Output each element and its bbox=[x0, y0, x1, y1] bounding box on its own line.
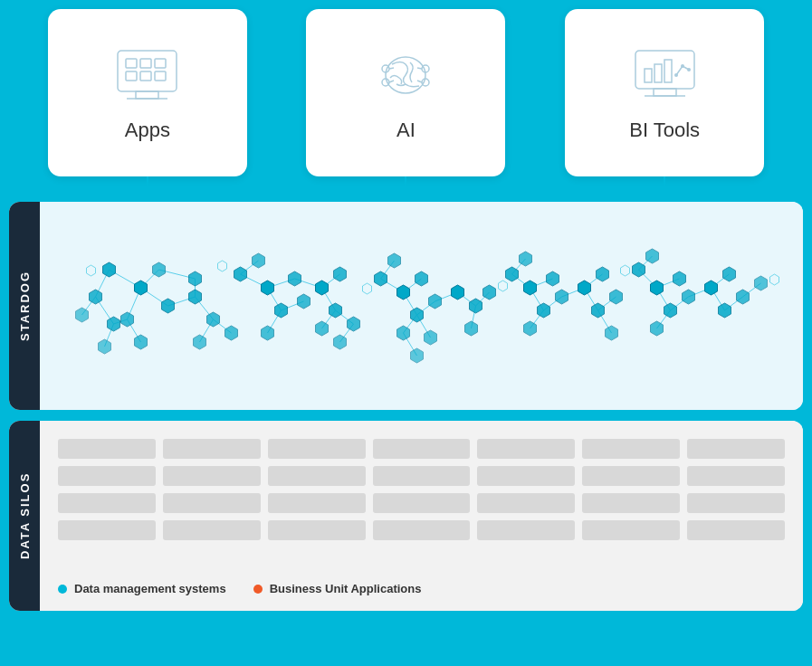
svg-marker-153 bbox=[755, 276, 768, 290]
silo-row-4 bbox=[58, 520, 785, 540]
svg-marker-127 bbox=[470, 299, 482, 313]
stardog-content bbox=[40, 202, 803, 410]
svg-marker-117 bbox=[375, 271, 387, 286]
svg-marker-123 bbox=[397, 326, 410, 340]
stardog-label: STARDOG bbox=[9, 202, 40, 410]
svg-marker-114 bbox=[348, 317, 360, 331]
connector-section bbox=[9, 176, 803, 202]
main-container: Apps bbox=[9, 9, 803, 611]
svg-marker-93 bbox=[76, 308, 89, 322]
silo-cell bbox=[687, 439, 785, 459]
silo-cell bbox=[477, 520, 575, 540]
svg-marker-121 bbox=[411, 308, 424, 322]
silo-cell bbox=[582, 520, 680, 540]
data-silos-label: DATA SILOS bbox=[9, 421, 40, 611]
svg-marker-115 bbox=[334, 335, 347, 349]
svg-rect-23 bbox=[664, 60, 672, 82]
svg-marker-155 bbox=[218, 261, 227, 271]
svg-line-15 bbox=[389, 81, 394, 82]
svg-marker-104 bbox=[234, 267, 247, 281]
data-silos-section: DATA SILOS bbox=[9, 421, 803, 611]
svg-marker-106 bbox=[262, 281, 274, 295]
apps-label: Apps bbox=[125, 119, 170, 142]
svg-marker-159 bbox=[770, 274, 779, 285]
svg-marker-138 bbox=[597, 267, 609, 281]
legend-dot-blue bbox=[58, 585, 67, 594]
ai-icon bbox=[369, 44, 442, 108]
svg-marker-143 bbox=[646, 249, 659, 263]
connector-bi bbox=[565, 176, 764, 202]
svg-marker-107 bbox=[289, 271, 301, 286]
svg-rect-1 bbox=[136, 91, 158, 99]
svg-marker-119 bbox=[397, 285, 410, 300]
connector-ai bbox=[306, 176, 505, 202]
svg-marker-134 bbox=[538, 303, 550, 318]
silo-cell bbox=[373, 439, 471, 459]
svg-marker-118 bbox=[388, 253, 401, 268]
svg-marker-95 bbox=[162, 299, 175, 313]
silo-legend: Data management systems Business Unit Ap… bbox=[58, 582, 785, 597]
silo-cell bbox=[373, 520, 471, 540]
svg-marker-116 bbox=[316, 321, 329, 336]
silo-cell bbox=[687, 520, 785, 540]
svg-marker-129 bbox=[465, 321, 478, 336]
svg-rect-8 bbox=[155, 71, 166, 81]
svg-marker-132 bbox=[524, 281, 537, 295]
silo-cell bbox=[373, 466, 471, 486]
silo-cell bbox=[687, 493, 785, 513]
svg-marker-102 bbox=[225, 326, 238, 340]
svg-rect-22 bbox=[654, 64, 662, 82]
svg-marker-135 bbox=[556, 290, 568, 304]
silo-cell bbox=[58, 466, 156, 486]
legend-dot-orange bbox=[253, 585, 263, 594]
svg-marker-103 bbox=[194, 335, 206, 349]
svg-marker-128 bbox=[483, 285, 496, 300]
svg-marker-110 bbox=[262, 326, 274, 340]
silo-cell bbox=[268, 520, 366, 540]
svg-marker-133 bbox=[547, 271, 559, 286]
silo-cell bbox=[582, 439, 680, 459]
silo-cell bbox=[58, 439, 156, 459]
svg-marker-92 bbox=[153, 262, 166, 277]
svg-point-26 bbox=[687, 68, 691, 71]
silo-cell bbox=[582, 493, 680, 513]
svg-marker-126 bbox=[452, 285, 464, 300]
svg-marker-113 bbox=[330, 303, 342, 318]
ai-card: AI bbox=[306, 9, 505, 176]
silo-row-1 bbox=[58, 439, 785, 459]
svg-marker-98 bbox=[99, 339, 111, 354]
svg-marker-112 bbox=[334, 267, 347, 281]
bi-tools-card: BI Tools bbox=[565, 9, 764, 176]
svg-line-17 bbox=[417, 81, 422, 82]
legend-text-business-unit: Business Unit Applications bbox=[270, 582, 422, 597]
legend-item-data-management: Data management systems bbox=[58, 582, 226, 597]
svg-marker-101 bbox=[207, 312, 220, 327]
silo-cell bbox=[268, 439, 366, 459]
bi-tools-icon bbox=[628, 44, 701, 108]
silo-cell bbox=[58, 520, 156, 540]
svg-marker-97 bbox=[135, 335, 148, 349]
svg-marker-154 bbox=[87, 265, 96, 276]
silo-cell bbox=[477, 439, 575, 459]
svg-marker-120 bbox=[416, 271, 428, 286]
svg-marker-125 bbox=[411, 348, 424, 363]
svg-marker-109 bbox=[298, 294, 310, 309]
svg-marker-94 bbox=[108, 317, 120, 331]
svg-marker-99 bbox=[189, 271, 202, 286]
svg-marker-100 bbox=[189, 290, 202, 304]
silo-cell bbox=[163, 520, 261, 540]
svg-marker-90 bbox=[90, 290, 102, 304]
silo-cell bbox=[163, 439, 261, 459]
svg-marker-137 bbox=[578, 281, 591, 295]
silo-cell bbox=[268, 493, 366, 513]
svg-marker-131 bbox=[520, 252, 532, 266]
svg-rect-7 bbox=[140, 71, 151, 81]
silo-cell bbox=[477, 466, 575, 486]
ai-label: AI bbox=[396, 119, 416, 142]
svg-rect-3 bbox=[126, 59, 137, 68]
stardog-section: STARDOG bbox=[9, 202, 803, 410]
apps-icon bbox=[111, 44, 184, 108]
svg-marker-130 bbox=[506, 267, 519, 281]
svg-rect-19 bbox=[654, 89, 676, 96]
svg-point-25 bbox=[681, 64, 684, 68]
